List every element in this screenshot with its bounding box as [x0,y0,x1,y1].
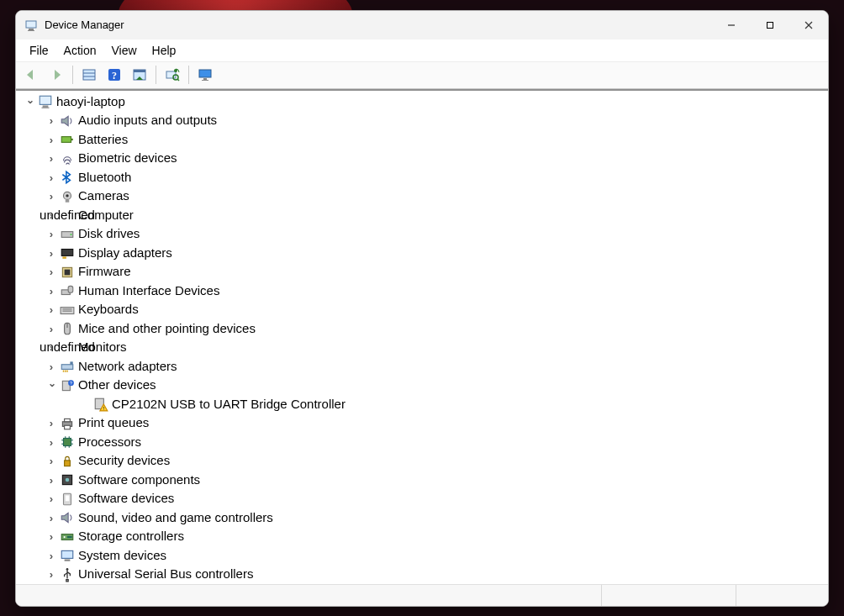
collapse-icon[interactable] [45,379,58,392]
expand-icon[interactable] [45,303,58,317]
fingerprint-icon [60,151,75,166]
toolbar: ? [16,62,828,89]
tree-node-label: Security devices [78,451,170,471]
tree-node[interactable]: Bluetooth [16,168,828,187]
collapse-icon[interactable] [23,95,36,108]
expand-icon[interactable] [45,266,58,279]
tree-node-label: Firmware [78,262,131,282]
expand-icon[interactable] [45,133,58,146]
tree-node[interactable]: Network adapters [16,357,828,376]
system-device-icon [60,548,75,563]
tree-node[interactable]: Mice and other pointing devices [16,319,828,339]
scan-hardware-icon[interactable] [161,64,184,86]
disk-icon [60,227,75,242]
tree-node[interactable]: Print queues [16,413,828,433]
expand-icon[interactable] [45,152,58,166]
properties-icon[interactable] [128,64,151,86]
expand-icon[interactable] [45,455,58,468]
expand-icon[interactable] [45,530,58,544]
svg-point-31 [70,233,71,234]
tree-node[interactable]: Biometric devices [16,149,828,168]
expand-icon[interactable] [45,322,58,335]
expand-icon[interactable] [45,360,58,373]
tree-node-label: Sound, video and game controllers [78,508,273,528]
svg-rect-33 [62,257,66,259]
expand-icon[interactable] [45,114,58,128]
expand-icon[interactable] [45,473,58,487]
tree-node[interactable]: Sound, video and game controllers [16,508,828,528]
svg-rect-22 [40,96,51,104]
svg-rect-37 [68,286,73,292]
expand-icon[interactable] [45,417,58,430]
tree-node[interactable]: Storage controllers [16,527,828,546]
tree-node[interactable]: Security devices [16,451,828,471]
tree-node-label: Storage controllers [78,527,184,546]
tree-node[interactable]: Audio inputs and outputs [16,111,828,130]
tree-node[interactable]: Software devices [16,489,828,508]
tree-node[interactable]: Universal Serial Bus controllers [16,565,828,584]
maximize-button[interactable] [751,11,789,39]
tree-node[interactable]: Cameras [16,187,828,206]
tree-node-label: haoyi-laptop [56,92,125,112]
svg-point-28 [66,194,68,197]
menu-view[interactable]: View [104,42,143,59]
minimize-button[interactable] [712,11,751,39]
svg-text:!: ! [103,405,105,411]
menu-file[interactable]: File [23,42,55,59]
tree-node-label: Human Interface Devices [78,282,219,301]
window-title: Device Manager [45,18,712,31]
other-device-icon: ? [60,378,75,393]
software-device-icon [60,492,75,507]
show-hidden-icon[interactable] [77,64,101,86]
tree-node-label: Batteries [78,130,128,150]
close-button[interactable] [789,11,828,39]
tree-node[interactable]: System devices [16,546,828,566]
twisty-none [78,398,92,411]
svg-rect-21 [202,80,208,81]
expand-icon[interactable] [45,246,58,260]
expand-icon[interactable] [45,492,58,506]
tree-node[interactable]: ?Other devices [16,376,828,395]
expand-icon[interactable] [45,435,58,449]
tree-node-label: Biometric devices [78,149,177,168]
tree-node[interactable]: haoyi-laptop [16,92,828,112]
svg-rect-57 [64,439,71,446]
expand-icon[interactable] [45,511,58,524]
expand-icon[interactable] [45,284,58,297]
app-icon [24,18,38,32]
svg-rect-13 [134,70,145,72]
help-icon[interactable]: ? [103,64,126,86]
battery-icon [60,132,75,147]
titlebar[interactable]: Device Manager [16,11,828,39]
expand-icon[interactable] [45,568,58,582]
statusbar [16,584,828,606]
expand-icon[interactable] [45,190,58,203]
tree-node[interactable]: Processors [16,433,828,452]
menu-action[interactable]: Action [57,42,103,59]
tree-node[interactable]: Firmware [16,262,828,282]
sound-icon [60,510,75,525]
tree-node[interactable]: undefinedMonitors [16,338,828,357]
menu-help[interactable]: Help [145,42,183,59]
device-tree[interactable]: haoyi-laptopAudio inputs and outputsBatt… [16,91,828,584]
component-icon [60,472,75,487]
expand-icon[interactable] [45,171,58,184]
tree-node[interactable]: !CP2102N USB to UART Bridge Controller [16,395,828,414]
svg-point-72 [64,535,66,537]
tree-node-label: Computer [78,206,134,225]
monitor-icon[interactable] [193,64,217,86]
svg-rect-2 [28,30,34,31]
tree-node[interactable]: Display adapters [16,244,828,263]
tree-node[interactable]: Disk drives [16,224,828,244]
tree-node[interactable]: Keyboards [16,300,828,319]
display-adapter-icon [60,245,75,261]
svg-point-68 [66,478,70,482]
tree-node[interactable]: Human Interface Devices [16,282,828,301]
svg-rect-29 [66,199,70,202]
tree-node[interactable]: Batteries [16,130,828,150]
expand-icon[interactable] [45,549,58,562]
tree-node[interactable]: Software components [16,471,828,490]
tree-node-label: System devices [78,546,166,566]
tree-node[interactable]: undefinedComputer [16,206,828,225]
expand-icon[interactable] [45,228,58,241]
